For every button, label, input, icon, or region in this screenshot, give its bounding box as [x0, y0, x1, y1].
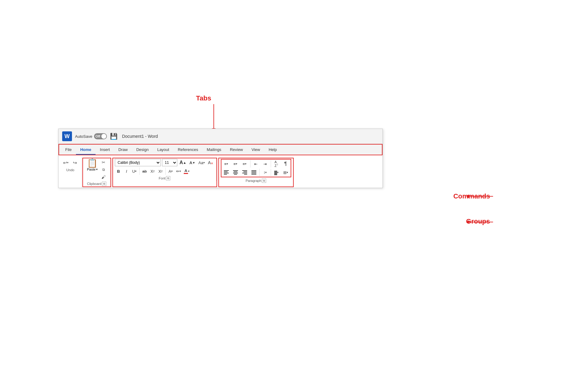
tabs-annotation: Tabs: [196, 94, 211, 102]
font-group: Calibri (Body) Arial Times New Roman 11 …: [113, 158, 217, 181]
tab-draw[interactable]: Draw: [114, 145, 132, 155]
undo-buttons: ↩ ▾ ↪: [62, 157, 79, 168]
sort-button[interactable]: AZ↓: [272, 160, 281, 168]
underline-button[interactable]: U▾: [131, 168, 138, 175]
para-row1: ≡▾ ≡▾ ≡▾ ⇤: [222, 160, 290, 168]
tabs-arrow: [213, 104, 214, 129]
svg-rect-5: [234, 172, 237, 172]
divider6: [271, 169, 271, 176]
bold-button[interactable]: B: [115, 168, 122, 175]
font-top: Calibri (Body) Arial Times New Roman 11 …: [115, 158, 214, 175]
divider1: [139, 168, 140, 175]
tab-layout[interactable]: Layout: [153, 145, 173, 155]
undo-button[interactable]: ↩ ▾: [62, 158, 70, 167]
svg-rect-7: [234, 174, 237, 175]
groups-arrow: [469, 222, 493, 222]
copy-button[interactable]: ⧉: [100, 166, 107, 173]
undo-label: Undo: [66, 168, 74, 172]
autosave-toggle[interactable]: Off: [94, 133, 107, 139]
paragraph-bottom: Paragraph ⧉: [221, 178, 291, 183]
para-row2: ↕▾ ▓▾ ⊞▾: [222, 169, 290, 176]
align-right-button[interactable]: [240, 169, 249, 176]
tab-home[interactable]: Home: [76, 145, 96, 155]
title-bar: W AutoSave Off 💾 Document1 - Word: [58, 129, 383, 144]
decrease-indent-button[interactable]: ⇤: [252, 160, 260, 168]
tab-bar: File Home Insert Draw Design Layout Refe…: [59, 145, 382, 155]
page-container: Tabs Commands Groups W AutoSave Off 💾 Do…: [0, 0, 588, 392]
tab-file[interactable]: File: [61, 145, 76, 155]
word-window: W AutoSave Off 💾 Document1 - Word File H…: [58, 129, 383, 188]
para-commands-box: ≡▾ ≡▾ ≡▾ ⇤: [221, 159, 291, 177]
cut-button[interactable]: ✂: [100, 159, 107, 166]
doc-title: Document1 - Word: [122, 134, 158, 139]
font-size-select[interactable]: 11 8 9 10 12 14 16 18 24 36: [162, 159, 177, 166]
justify-button[interactable]: [250, 169, 258, 176]
font-name-select[interactable]: Calibri (Body) Arial Times New Roman: [115, 159, 161, 166]
svg-rect-0: [224, 170, 229, 171]
clipboard-bottom: Clipboard ⧉: [85, 181, 108, 187]
multilevel-list-button[interactable]: ≡▾: [240, 160, 249, 168]
svg-rect-11: [244, 174, 247, 175]
word-logo: W: [62, 131, 72, 141]
commands-arrow: [469, 196, 493, 197]
svg-rect-1: [224, 172, 228, 172]
line-spacing-button[interactable]: ↕▾: [261, 169, 270, 176]
align-center-button[interactable]: [231, 169, 240, 176]
ribbon-top: ↩ ▾ ↪ Undo 📋: [58, 155, 383, 188]
align-left-button[interactable]: [222, 169, 231, 176]
borders-button[interactable]: ⊞▾: [281, 169, 290, 176]
subscript-button[interactable]: X2: [149, 168, 156, 175]
svg-rect-2: [224, 173, 229, 173]
divider3: [250, 160, 251, 168]
svg-rect-14: [251, 173, 256, 173]
tab-mailings[interactable]: Mailings: [202, 145, 226, 155]
italic-button[interactable]: I: [123, 168, 130, 175]
svg-rect-8: [242, 170, 247, 171]
redo-button[interactable]: ↪: [71, 158, 79, 167]
paragraph-group: ≡▾ ≡▾ ≡▾ ⇤: [219, 158, 293, 183]
clipboard-expand-button[interactable]: ⧉: [102, 182, 106, 186]
svg-rect-13: [251, 172, 256, 172]
shading-button[interactable]: ▓▾: [272, 169, 281, 176]
clipboard-top: 📋 Paste ▾ ✂ ⧉ 🖌: [86, 158, 107, 181]
clipboard-group-wrapper: 📋 Paste ▾ ✂ ⧉ 🖌: [82, 158, 111, 187]
clipboard-right: ✂ ⧉ 🖌: [100, 159, 107, 180]
text-highlight-button[interactable]: A ▾: [167, 168, 174, 175]
superscript-button[interactable]: X2: [157, 168, 164, 175]
font-expand-button[interactable]: ⧉: [166, 176, 170, 180]
tab-bar-wrapper: File Home Insert Draw Design Layout Refe…: [58, 144, 383, 155]
font-row2: B I U▾ ab X2 X2: [115, 168, 214, 175]
divider4: [271, 160, 271, 168]
font-shrink-button[interactable]: A▼: [188, 159, 196, 166]
bullets-button[interactable]: ≡▾: [222, 160, 231, 168]
change-case-button[interactable]: Aa▾: [198, 159, 206, 166]
format-painter-button[interactable]: 🖌: [100, 174, 107, 180]
tab-insert[interactable]: Insert: [96, 145, 114, 155]
tab-help[interactable]: Help: [264, 145, 281, 155]
clear-format-button[interactable]: A ✕: [207, 159, 214, 166]
tab-references[interactable]: References: [173, 145, 202, 155]
divider5: [259, 169, 260, 176]
numbering-button[interactable]: ≡▾: [231, 160, 240, 168]
tab-view[interactable]: View: [247, 145, 264, 155]
tab-design[interactable]: Design: [132, 145, 153, 155]
font-highlight-color-button[interactable]: ✏▾: [175, 168, 182, 175]
font-color-button[interactable]: A ▾: [183, 168, 190, 175]
paste-dropdown-arrow: ▾: [96, 168, 98, 171]
paragraph-expand-button[interactable]: ⧉: [262, 179, 266, 183]
clipboard-label: Clipboard: [87, 182, 101, 186]
svg-rect-9: [243, 172, 247, 172]
paste-button[interactable]: 📋: [86, 159, 99, 168]
ribbon-container: ↩ ▾ ↪ Undo 📋: [58, 155, 383, 188]
tab-review[interactable]: Review: [226, 145, 247, 155]
undo-group: ↩ ▾ ↪ Undo: [61, 157, 82, 188]
groups-annotation: Groups: [466, 217, 490, 225]
show-marks-button[interactable]: ¶: [281, 160, 290, 168]
font-grow-button[interactable]: A▲: [179, 159, 187, 166]
svg-rect-12: [251, 170, 256, 171]
svg-rect-6: [233, 173, 238, 173]
save-icon[interactable]: 💾: [110, 133, 118, 140]
strikethrough-button[interactable]: ab: [141, 168, 148, 175]
increase-indent-button[interactable]: ⇥: [261, 160, 270, 168]
divider2: [165, 168, 166, 175]
